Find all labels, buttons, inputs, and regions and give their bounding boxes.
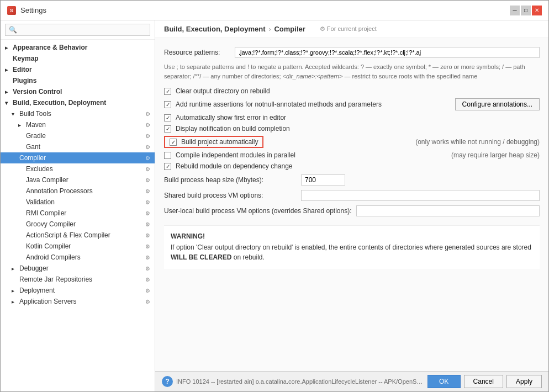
- display-notification-checkbox[interactable]: [164, 125, 171, 133]
- sidebar-item-deployment[interactable]: ▸Deployment⚙: [1, 285, 155, 296]
- build-auto-checkbox[interactable]: [170, 139, 177, 146]
- sidebar-item-settings-icon: ⚙: [145, 133, 150, 139]
- maximize-button[interactable]: □: [521, 6, 531, 15]
- sidebar-item-build-exec[interactable]: ▾Build, Execution, Deployment: [1, 97, 155, 108]
- warning-text: If option 'Clear output directory on reb…: [171, 242, 533, 262]
- sidebar-item-label-app-servers: Application Servers: [19, 298, 143, 305]
- title-controls: ─ □ ✕: [510, 6, 542, 15]
- display-notification-label: Display notification on build completion: [176, 125, 290, 133]
- settings-content: Resource patterns: Use ; to separate pat…: [155, 38, 548, 371]
- option-display-notification: Display notification on build completion: [164, 125, 540, 133]
- option-auto-show: Automatically show first error in editor: [164, 114, 540, 121]
- sidebar-item-version-control[interactable]: ▸Version Control: [1, 86, 155, 97]
- sidebar-item-label-gant: Gant: [26, 143, 143, 151]
- sidebar-item-settings-icon: ⚙: [145, 122, 150, 128]
- user-local-vm-label: User-local build process VM options (ove…: [164, 207, 352, 215]
- sidebar-item-keymap[interactable]: Keymap: [1, 53, 155, 64]
- sidebar-item-app-servers[interactable]: ▸Application Servers⚙: [1, 296, 155, 307]
- sidebar-item-settings-icon: ⚙: [145, 188, 150, 194]
- auto-show-error-checkbox[interactable]: [164, 114, 171, 121]
- app-icon: S: [7, 6, 16, 15]
- option-clear-output: Clear output directory on rebuild: [164, 87, 540, 95]
- cancel-button[interactable]: Cancel: [464, 375, 503, 388]
- sidebar-item-settings-icon: ⚙: [145, 155, 150, 161]
- sidebar-item-settings-icon: ⚙: [145, 299, 150, 305]
- sidebar-item-settings-icon: ⚙: [145, 221, 150, 227]
- sidebar-item-remote-jar[interactable]: Remote Jar Repositories⚙: [1, 274, 155, 285]
- build-auto-note: (only works while not running / debuggin…: [415, 138, 540, 146]
- option-rebuild-module: Rebuild module on dependency change: [164, 162, 540, 170]
- sidebar-item-editor[interactable]: ▸Editor: [1, 64, 155, 75]
- resource-patterns-input[interactable]: [235, 47, 540, 58]
- breadcrumb-bar: Build, Execution, Deployment › Compiler …: [155, 20, 548, 38]
- sidebar-item-java-compiler[interactable]: Java Compiler⚙: [1, 174, 155, 186]
- close-button[interactable]: ✕: [532, 6, 542, 15]
- content-area: ▸Appearance & BehaviorKeymap▸EditorPlugi…: [1, 20, 548, 391]
- option-add-runtime: Add runtime assertions for notnull-annot…: [164, 98, 540, 110]
- sidebar-item-label-build-tools: Build Tools: [19, 110, 143, 118]
- log-text: INFO 10124 -- [restarted ain] o.a.catali…: [176, 378, 424, 385]
- help-icon[interactable]: ?: [162, 376, 173, 387]
- sidebar-item-settings-icon: ⚙: [145, 277, 150, 283]
- sidebar-item-excludes[interactable]: Excludes⚙: [1, 163, 155, 174]
- sidebar-item-label-keymap: Keymap: [13, 55, 148, 62]
- breadcrumb-current: Compiler: [274, 25, 305, 33]
- sidebar: ▸Appearance & BehaviorKeymap▸EditorPlugi…: [1, 20, 155, 391]
- main-panel: Build, Execution, Deployment › Compiler …: [155, 20, 548, 391]
- sidebar-item-annotation-processors[interactable]: Annotation Processors⚙: [1, 186, 155, 197]
- sidebar-item-label-rmi-compiler: RMI Compiler: [26, 209, 143, 217]
- sidebar-item-validation[interactable]: Validation⚙: [1, 197, 155, 208]
- sidebar-item-maven[interactable]: ▸Maven⚙: [1, 119, 155, 130]
- tree-arrow: ▸: [12, 266, 17, 272]
- sidebar-item-settings-icon: ⚙: [145, 210, 150, 216]
- build-auto-label: Build project automatically: [181, 138, 258, 146]
- option-compile-parallel: Compile independent modules in parallel …: [164, 151, 540, 159]
- sidebar-item-rmi-compiler[interactable]: RMI Compiler⚙: [1, 208, 155, 219]
- search-input[interactable]: [5, 24, 150, 36]
- sidebar-item-compiler[interactable]: Compiler⚙: [1, 152, 155, 163]
- sidebar-item-gradle[interactable]: Gradle⚙: [1, 130, 155, 141]
- sidebar-item-settings-icon: ⚙: [145, 199, 150, 205]
- heap-size-row: Build process heap size (Mbytes):: [164, 174, 540, 186]
- sidebar-item-build-tools[interactable]: ▾Build Tools⚙: [1, 108, 155, 119]
- resource-patterns-label: Resource patterns:: [164, 49, 230, 56]
- sidebar-item-label-actionscript: ActionScript & Flex Compiler: [26, 231, 143, 239]
- sidebar-item-debugger[interactable]: ▸Debugger⚙: [1, 263, 155, 274]
- breadcrumb-path: Build, Execution, Deployment: [164, 25, 265, 33]
- sidebar-item-groovy-compiler[interactable]: Groovy Compiler⚙: [1, 219, 155, 230]
- configure-annotations-button[interactable]: Configure annotations...: [455, 98, 540, 110]
- minimize-button[interactable]: ─: [510, 6, 520, 15]
- user-local-vm-input[interactable]: [356, 205, 540, 216]
- sidebar-item-android-compilers[interactable]: Android Compilers⚙: [1, 252, 155, 263]
- build-auto-highlighted: Build project automatically: [164, 136, 263, 148]
- clear-output-label: Clear output directory on rebuild: [176, 87, 270, 95]
- title-bar: S Settings ─ □ ✕: [1, 1, 548, 20]
- tree-arrow: ▸: [5, 89, 10, 95]
- sidebar-item-label-appearance: Appearance & Behavior: [13, 44, 148, 51]
- bottom-bar: ? INFO 10124 -- [restarted ain] o.a.cata…: [155, 371, 548, 391]
- sidebar-item-settings-icon: ⚙: [145, 177, 150, 183]
- rebuild-module-checkbox[interactable]: [164, 163, 171, 170]
- sidebar-item-settings-icon: ⚙: [145, 255, 150, 261]
- ok-button[interactable]: OK: [427, 375, 461, 388]
- sidebar-item-label-remote-jar: Remote Jar Repositories: [19, 276, 143, 283]
- auto-show-error-label: Automatically show first error in editor: [176, 114, 286, 121]
- sidebar-item-plugins[interactable]: Plugins: [1, 75, 155, 86]
- add-runtime-checkbox[interactable]: [164, 101, 171, 108]
- heap-size-input[interactable]: [301, 174, 345, 186]
- tree-arrow: ▸: [12, 288, 17, 294]
- shared-vm-input[interactable]: [301, 190, 540, 201]
- sidebar-item-appearance[interactable]: ▸Appearance & Behavior: [1, 42, 155, 53]
- sidebar-item-settings-icon: ⚙: [145, 288, 150, 294]
- sidebar-item-kotlin-compiler[interactable]: Kotlin Compiler⚙: [1, 241, 155, 252]
- sidebar-item-actionscript[interactable]: ActionScript & Flex Compiler⚙: [1, 230, 155, 241]
- sidebar-item-settings-icon: ⚙: [145, 232, 150, 239]
- compile-parallel-checkbox[interactable]: [164, 152, 171, 159]
- sidebar-item-gant[interactable]: Gant⚙: [1, 141, 155, 152]
- window-title: Settings: [20, 6, 46, 14]
- clear-output-checkbox[interactable]: [164, 88, 171, 95]
- sidebar-item-label-debugger: Debugger: [19, 264, 143, 272]
- sidebar-item-settings-icon: ⚙: [145, 243, 150, 250]
- hint-text: Use ; to separate patterns and ! to nega…: [164, 62, 540, 81]
- apply-button[interactable]: Apply: [506, 375, 542, 388]
